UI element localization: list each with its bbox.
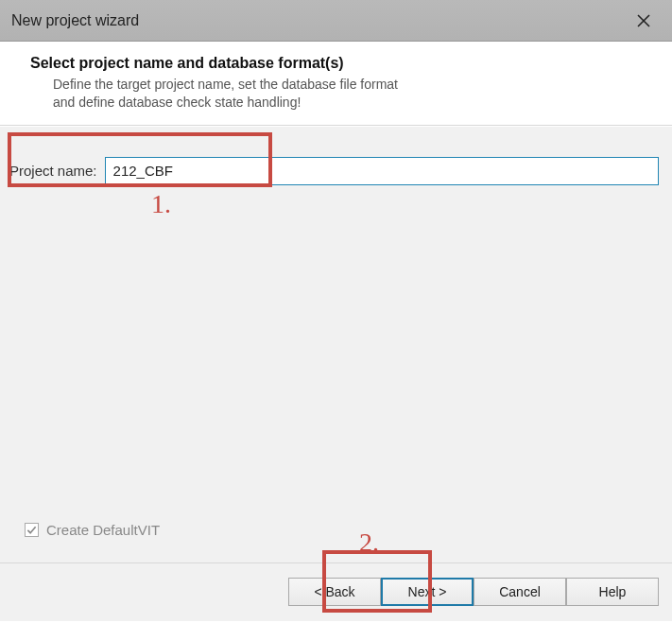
close-button[interactable] xyxy=(627,4,661,38)
wizard-content: Project name: Create DefaultVIT xyxy=(0,126,672,562)
page-description: Define the target project name, set the … xyxy=(30,76,646,112)
project-name-input[interactable] xyxy=(105,157,659,185)
next-button[interactable]: Next > xyxy=(381,578,474,606)
project-name-label: Project name: xyxy=(9,163,97,179)
checkmark-icon xyxy=(26,525,37,535)
create-default-vit-checkbox[interactable] xyxy=(25,523,39,537)
cancel-button[interactable]: Cancel xyxy=(474,578,566,606)
help-button[interactable]: Help xyxy=(566,578,659,606)
window-title: New project wizard xyxy=(11,12,627,29)
wizard-header: Select project name and database format(… xyxy=(0,42,672,126)
create-default-vit-label: Create DefaultVIT xyxy=(46,522,160,538)
close-icon xyxy=(637,14,650,27)
wizard-button-bar: < Back Next > Cancel Help xyxy=(0,562,672,621)
back-button[interactable]: < Back xyxy=(288,578,381,606)
project-name-row: Project name: xyxy=(9,157,659,185)
create-default-vit-row: Create DefaultVIT xyxy=(25,522,160,538)
page-title: Select project name and database format(… xyxy=(30,55,646,72)
titlebar: New project wizard xyxy=(0,0,672,42)
